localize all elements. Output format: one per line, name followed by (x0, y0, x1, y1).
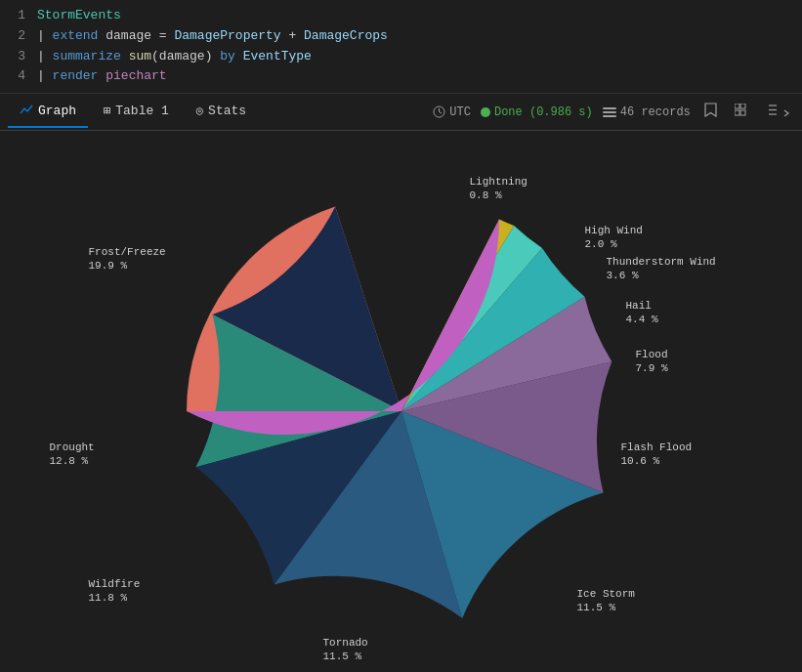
code-line-4: 4 | render piechart (12, 66, 790, 87)
code-content: | summarize sum(damage) by EventType (37, 47, 312, 67)
more-options-button[interactable] (764, 102, 794, 122)
tab-stats-label: Stats (208, 104, 246, 118)
label-tornado: Tornado 11.5 % (323, 636, 368, 664)
label-frost-freeze: Frost/Freeze 19.9 % (89, 245, 166, 273)
svg-rect-4 (603, 111, 616, 113)
svg-rect-3 (603, 107, 616, 109)
timezone-label: UTC (449, 105, 471, 119)
tab-table-label: Table 1 (115, 104, 169, 118)
tab-graph-label: Graph (38, 104, 76, 118)
status-text: Done (0.986 s) (494, 105, 593, 119)
chart-area: Frost/Freeze 19.9 % Drought 12.8 % Wildf… (0, 131, 802, 672)
label-flash-flood: Flash Flood 10.6 % (621, 441, 693, 469)
clock-icon (433, 105, 445, 118)
label-flood: Flood 7.9 % (636, 348, 668, 376)
code-content: | render piechart (37, 66, 167, 87)
line-number: 1 (12, 6, 25, 26)
code-area: 1 StormEvents 2 | extend damage = Damage… (0, 0, 802, 94)
graph-icon (20, 103, 33, 120)
label-drought: Drought 12.8 % (50, 441, 95, 469)
records-icon (603, 107, 616, 117)
view-options-button[interactable] (731, 102, 754, 122)
svg-rect-5 (603, 115, 616, 117)
svg-line-2 (440, 112, 443, 114)
svg-rect-7 (740, 104, 745, 108)
line-number: 4 (12, 66, 25, 87)
timezone-display: UTC (433, 105, 471, 119)
svg-rect-6 (735, 104, 739, 108)
pie-chart-svg (187, 196, 616, 626)
label-lightning: Lightning 0.8 % (470, 175, 528, 203)
records-label: 46 records (620, 105, 691, 119)
tab-graph[interactable]: Graph (8, 97, 88, 128)
pie-container: Frost/Freeze 19.9 % Drought 12.8 % Wildf… (30, 157, 773, 665)
bookmark-button[interactable] (700, 101, 721, 123)
table-icon: ⊞ (104, 104, 110, 118)
code-line-3: 3 | summarize sum(damage) by EventType (12, 47, 790, 67)
status-dot (481, 107, 490, 117)
label-wildfire: Wildfire 11.8 % (89, 577, 141, 606)
status-done: Done (0.986 s) (481, 105, 593, 119)
svg-rect-9 (740, 110, 745, 115)
tab-stats[interactable]: ◎ Stats (185, 98, 258, 126)
code-content: StormEvents (37, 6, 121, 26)
toolbar: Graph ⊞ Table 1 ◎ Stats UTC Done (0.986 … (0, 94, 802, 131)
code-line-2: 2 | extend damage = DamageProperty + Dam… (12, 26, 790, 47)
label-high-wind: High Wind 2.0 % (585, 224, 643, 252)
line-number: 3 (12, 47, 25, 67)
code-line-1: 1 StormEvents (12, 6, 790, 26)
records-badge: 46 records (603, 105, 691, 119)
label-thunderstorm-wind: Thunderstorm Wind 3.6 % (607, 255, 716, 283)
label-hail: Hail 4.4 % (626, 299, 658, 327)
tab-table[interactable]: ⊞ Table 1 (92, 98, 181, 126)
label-ice-storm: Ice Storm 11.5 % (577, 587, 635, 615)
line-number: 2 (12, 26, 25, 47)
stats-icon: ◎ (196, 104, 203, 118)
code-content: | extend damage = DamageProperty + Damag… (37, 26, 388, 47)
svg-rect-8 (735, 110, 739, 115)
